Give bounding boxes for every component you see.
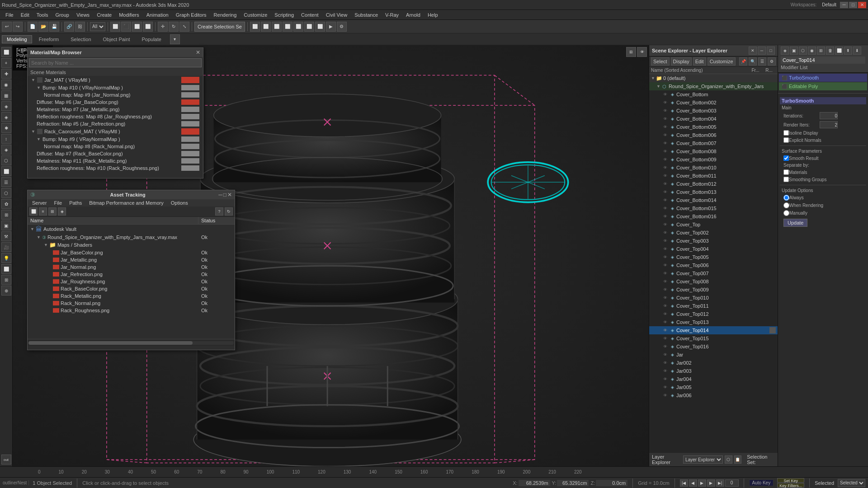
left-tool-9[interactable]: ↕ [1, 134, 11, 144]
menu-graph-editors[interactable]: Graph Editors [172, 11, 210, 19]
tree-item-cover-top015[interactable]: 👁◈Cover_Top015 [649, 334, 778, 343]
mat-metal-7[interactable]: Metalness: Map #7 (Jar_Metallic.png) [28, 106, 203, 113]
tree-item-cover-bottom015[interactable]: 👁◈Cover_Bottom015 [649, 204, 778, 212]
tree-item-cover-bottom010[interactable]: 👁◈Cover_Bottom010 [649, 164, 778, 172]
tree-item-cover-top011[interactable]: 👁◈Cover_Top011 [649, 302, 778, 310]
zoom-extents-button[interactable]: ⊞ [626, 47, 636, 57]
left-tool-7[interactable]: ◈ [1, 112, 11, 122]
jar-expand-icon[interactable]: ▼ [31, 78, 35, 82]
menu-animation[interactable]: Animation [143, 11, 172, 19]
render-iters-input[interactable] [820, 121, 838, 128]
mat-bump-10[interactable]: ▼ Bump: Map #10 ( VRayNormalMap ) [28, 84, 203, 91]
layer-btn-2[interactable]: 📋 [734, 455, 742, 464]
mirror-button[interactable]: ⬜ [250, 22, 260, 32]
menu-arnold[interactable]: Arnold [402, 11, 424, 19]
mat-rack-rough[interactable]: Reflection roughness: Map #10 (Rack_Roug… [28, 164, 203, 172]
left-tool-light[interactable]: 💡 [1, 253, 11, 263]
tree-item-cover-top005[interactable]: 👁◈Cover_Top005 [649, 253, 778, 261]
menu-tools[interactable]: Tools [33, 11, 52, 19]
tree-item-cover-bottom004[interactable]: 👁◈Cover_Bottom004 [649, 115, 778, 123]
menu-edit[interactable]: Edit [17, 11, 33, 19]
menu-content[interactable]: Content [297, 11, 322, 19]
tree-item-cover-top008[interactable]: 👁◈Cover_Top008 [649, 277, 778, 286]
frame-input[interactable] [725, 479, 739, 487]
tree-item-cover-top009[interactable]: 👁◈Cover_Top009 [649, 286, 778, 294]
at-menu-paths[interactable]: Paths [66, 200, 85, 206]
menu-help[interactable]: Help [424, 11, 442, 19]
tree-item-cover-bottom012[interactable]: 👁◈Cover_Bottom012 [649, 180, 778, 188]
curve-editor-button[interactable]: ⬜ [293, 22, 303, 32]
at-maxfile-expand-icon[interactable]: ▼ [37, 235, 41, 239]
next-frame-button[interactable]: ▶ [707, 479, 715, 487]
link-button[interactable]: 🔗 [64, 22, 74, 32]
smoothing-groups-checkbox[interactable] [783, 177, 789, 182]
rotate-button[interactable]: ↻ [169, 22, 179, 32]
tab-more-button[interactable]: ▾ [170, 34, 180, 44]
iterations-input[interactable] [820, 112, 838, 119]
at-row-vault[interactable]: ▼ 🏛 Autodesk Vault [28, 225, 235, 234]
tree-item-jar002[interactable]: 👁◈Jar002 [649, 359, 778, 367]
mod-icon-9[interactable]: ⬇ [853, 47, 861, 55]
select-region-button[interactable]: ⬛ [121, 22, 131, 32]
mat-jar[interactable]: ▼ Jar_MAT ( VRayMtl ) [28, 76, 203, 84]
tree-item-cover-bottom006[interactable]: 👁◈Cover_Bottom006 [649, 131, 778, 139]
tree-item-cover-top007[interactable]: 👁◈Cover_Top007 [649, 269, 778, 277]
tree-item-jar003[interactable]: 👁◈Jar003 [649, 367, 778, 375]
isoline-checkbox[interactable] [783, 130, 789, 136]
material-editor-button[interactable]: ⬜ [315, 22, 325, 32]
at-row-rack-metallic[interactable]: Rack_Metallic.png Ok [28, 292, 235, 300]
se-icon-4[interactable]: ⚙ [768, 57, 776, 66]
menu-substance[interactable]: Substance [351, 11, 382, 19]
tree-item-cover-bottom007[interactable]: 👁◈Cover_Bottom007 [649, 139, 778, 147]
select-obj-button[interactable]: ⬜ [110, 22, 120, 32]
at-row-jar-roughness[interactable]: Jar_Roughness.png Ok [28, 278, 235, 285]
tree-item-main-object[interactable]: ▼ ⬡ Round_Spice_Organizer_with_Empty_Jar… [649, 82, 778, 90]
tab-object-paint[interactable]: Object Paint [98, 35, 135, 43]
left-tool-12[interactable]: ⬜ [1, 166, 11, 176]
layer-button[interactable]: ⬜ [283, 22, 292, 32]
maximize-button[interactable]: □ [849, 2, 857, 8]
mat-diffuse-6[interactable]: Diffuse: Map #6 (Jar_BaseColor.png) [28, 99, 203, 106]
minimize-button[interactable]: ─ [840, 2, 848, 8]
menu-rendering[interactable]: Rendering [210, 11, 241, 19]
filter-select[interactable]: All [90, 22, 105, 31]
left-tool-1[interactable]: ⬜ [1, 47, 11, 57]
at-menu-file[interactable]: File [51, 200, 65, 206]
tab-modeling[interactable]: Modeling [2, 35, 32, 43]
left-tool-15[interactable]: ✿ [1, 199, 11, 209]
unlink-button[interactable]: ⛓ [75, 22, 85, 32]
mod-icon-4[interactable]: ◉ [808, 47, 816, 55]
menu-file[interactable]: File [2, 11, 17, 19]
bump9-expand-icon[interactable]: ▼ [37, 137, 41, 141]
tree-item-cover-bottom013[interactable]: 👁◈Cover_Bottom013 [649, 188, 778, 196]
undo-button[interactable]: ↩ [2, 22, 12, 32]
redo-button[interactable]: ↪ [13, 22, 23, 32]
mod-icon-8[interactable]: ⬆ [844, 47, 852, 55]
menu-vray[interactable]: V-Ray [382, 11, 402, 19]
select-paint-button[interactable]: ⬜ [143, 22, 153, 32]
menu-scripting[interactable]: Scripting [271, 11, 297, 19]
tree-item-cover-top014[interactable]: 👁 ◈ Cover_Top014 [649, 326, 778, 334]
mod-icon-7[interactable]: ⬜ [835, 47, 843, 55]
root-expand-icon[interactable]: ▼ [651, 76, 655, 80]
menu-civil-view[interactable]: Civil View [322, 11, 351, 19]
align2-button[interactable]: ⬜ [272, 22, 282, 32]
layer-btn-1[interactable]: ⬡ [725, 455, 732, 464]
left-tool-14[interactable]: ⬡ [1, 188, 11, 198]
schematic-button[interactable]: ⬜ [304, 22, 314, 32]
open-button[interactable]: 📂 [38, 22, 48, 32]
scene-explorer-minimize-button[interactable]: ─ [758, 47, 766, 55]
new-scene-button[interactable]: 📄 [28, 22, 38, 32]
tree-item-cover-bottom003[interactable]: 👁◈Cover_Bottom003 [649, 107, 778, 115]
left-tool-6[interactable]: ◈ [1, 101, 11, 111]
at-mapsfolder-expand-icon[interactable]: ▼ [44, 243, 48, 247]
menu-create[interactable]: Create [93, 11, 115, 19]
tree-item-cover-top[interactable]: 👁◈Cover_Top [649, 221, 778, 229]
at-row-rack-roughness[interactable]: Rack_Roughness.png Ok [28, 307, 235, 314]
tree-item-cover-bottom002[interactable]: 👁◈Cover_Bottom002 [649, 99, 778, 107]
at-menu-bitmap[interactable]: Bitmap Performance and Memory [86, 200, 166, 206]
prev-frame-button[interactable]: ◀ [689, 479, 697, 487]
left-tool-8[interactable]: ✱ [1, 123, 11, 133]
play-button[interactable]: ▶ [698, 479, 706, 487]
tree-item-cover-bottom016[interactable]: 👁◈Cover_Bottom016 [649, 212, 778, 221]
